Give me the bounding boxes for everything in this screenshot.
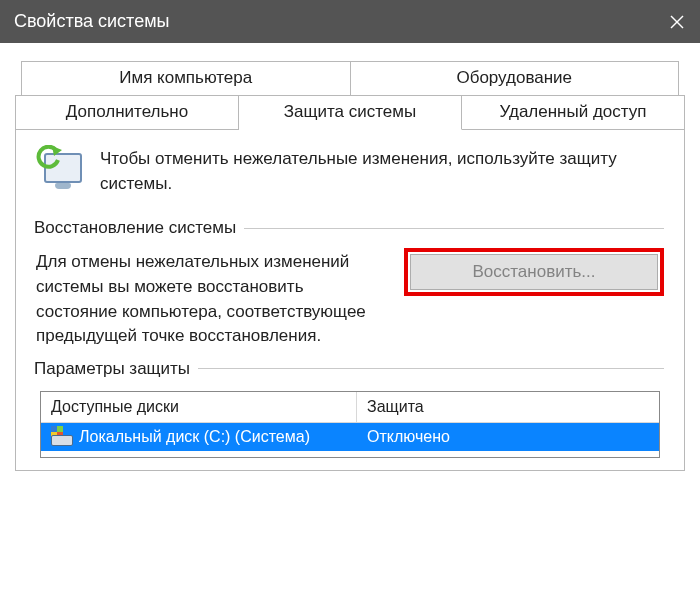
drive-table-body: Локальный диск (C:) (Система) Отключено xyxy=(41,423,659,457)
close-button[interactable] xyxy=(654,0,700,43)
tab-computer-name[interactable]: Имя компьютера xyxy=(21,61,351,95)
tab-advanced[interactable]: Дополнительно xyxy=(15,95,239,130)
restore-description: Для отмены нежелательных изменений систе… xyxy=(36,250,388,349)
drive-table: Доступные диски Защита Локальный диск (C… xyxy=(40,391,660,458)
restore-button-highlight: Восстановить... xyxy=(404,248,664,296)
restore-button-label: Восстановить... xyxy=(472,262,595,282)
section-title: Восстановление системы xyxy=(34,218,244,238)
drive-table-wrap: Доступные диски Защита Локальный диск (C… xyxy=(40,391,660,458)
tab-label: Имя компьютера xyxy=(119,68,252,87)
close-icon xyxy=(670,15,684,29)
titlebar: Свойства системы xyxy=(0,0,700,43)
divider xyxy=(244,228,664,229)
column-header-protection[interactable]: Защита xyxy=(357,392,659,423)
system-protection-icon xyxy=(36,145,86,193)
window-body: Имя компьютера Оборудование Дополнительн… xyxy=(0,43,700,481)
restore-button[interactable]: Восстановить... xyxy=(410,254,658,290)
intro-row: Чтобы отменить нежелательные изменения, … xyxy=(36,145,664,196)
svg-marker-2 xyxy=(52,146,62,156)
protection-cell: Отключено xyxy=(357,426,659,448)
section-header-protection: Параметры защиты xyxy=(34,359,664,379)
protection-status: Отключено xyxy=(367,428,450,445)
drive-name: Локальный диск (C:) (Система) xyxy=(79,428,310,446)
divider xyxy=(198,368,664,369)
drive-icon xyxy=(51,428,73,446)
tabstrip: Имя компьютера Оборудование Дополнительн… xyxy=(15,61,685,130)
restore-row: Для отмены нежелательных изменений систе… xyxy=(36,250,664,349)
drive-cell: Локальный диск (C:) (Система) xyxy=(41,426,357,448)
table-row[interactable]: Локальный диск (C:) (Система) Отключено xyxy=(41,423,659,451)
tab-label: Дополнительно xyxy=(66,102,188,121)
tab-label: Защита системы xyxy=(284,102,416,121)
section-header-restore: Восстановление системы xyxy=(34,218,664,238)
window-title: Свойства системы xyxy=(14,11,654,32)
tab-label: Оборудование xyxy=(456,68,572,87)
tab-content: Чтобы отменить нежелательные изменения, … xyxy=(15,129,685,471)
column-header-drive[interactable]: Доступные диски xyxy=(41,392,357,423)
tab-label: Удаленный доступ xyxy=(500,102,647,121)
tab-hardware[interactable]: Оборудование xyxy=(351,61,680,95)
section-title: Параметры защиты xyxy=(34,359,198,379)
drive-table-header: Доступные диски Защита xyxy=(41,392,659,423)
intro-text: Чтобы отменить нежелательные изменения, … xyxy=(100,145,664,196)
tab-system-protection[interactable]: Защита системы xyxy=(239,95,462,130)
tab-remote[interactable]: Удаленный доступ xyxy=(462,95,685,130)
